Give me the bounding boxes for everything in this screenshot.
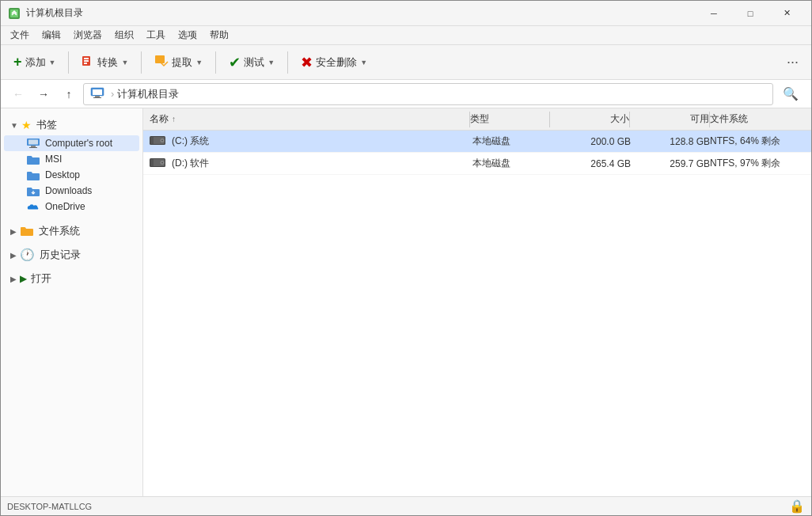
file-fs-c: NTFS, 64% 剩余 [710,135,805,148]
svg-rect-14 [29,147,37,148]
col-header-type[interactable]: 类型 [470,112,549,126]
open-section[interactable]: ▶ ▶ 打开 [1,268,142,289]
separator-2 [141,51,142,74]
sidebar-item-label-desktop: Desktop [45,169,80,180]
open-arrow-icon: ▶ [10,275,17,283]
extract-label: 提取 [172,55,192,70]
col-header-size[interactable]: 大小 [550,112,629,126]
add-dropdown-arrow: ▼ [49,59,56,66]
bookmarks-star-icon: ★ [21,119,32,131]
msi-folder-icon [26,154,40,165]
svg-rect-10 [93,97,101,98]
svg-rect-8 [93,89,102,95]
history-clock-icon: 🕐 [20,248,35,262]
col-header-free[interactable]: 可用 [630,112,709,126]
address-bar: ← → ↑ › 计算机根目录 🔍 [1,80,811,108]
desktop-folder-icon [26,169,40,180]
window-title: 计算机根目录 [26,6,696,20]
col-header-fs[interactable]: 文件系统 [710,112,805,126]
menu-edit[interactable]: 编辑 [36,27,67,44]
minimize-button[interactable]: ─ [696,1,732,26]
breadcrumb-path: 计算机根目录 [117,87,179,101]
svg-rect-9 [95,96,100,97]
computer-name: DESKTOP-MATLLCG [7,502,92,511]
maximize-button[interactable]: □ [732,1,768,26]
convert-button[interactable]: 转换 ▼ [75,51,135,73]
svg-rect-24 [150,159,154,166]
sidebar: ▼ ★ 书签 Computer's root [1,108,143,496]
history-arrow-icon: ▶ [10,251,17,260]
sidebar-item-onedrive[interactable]: OneDrive [4,199,139,214]
file-list-header: 名称 ↑ 类型 大小 可用 文件系统 [143,108,811,131]
window-controls: ─ □ ✕ [696,1,805,26]
open-play-icon: ▶ [20,274,26,284]
table-row[interactable]: (D:) 软件 本地磁盘 265.4 GB 259.7 GB NTFS, 97%… [143,153,811,175]
svg-rect-19 [150,137,154,144]
table-row[interactable]: (C:) 系统 本地磁盘 200.0 GB 128.8 GB NTFS, 64%… [143,131,811,153]
bookmarks-label: 书签 [36,118,57,132]
add-button[interactable]: + 添加 ▼ [7,51,62,74]
app-icon [7,6,21,21]
computer-root-icon [26,138,40,149]
back-button[interactable]: ← [7,83,29,105]
delete-button[interactable]: ✖ 安全删除 ▼ [294,51,374,74]
svg-rect-5 [84,63,87,64]
toolbar-more-button[interactable]: ··· [780,51,805,74]
sort-arrow-icon: ↑ [172,115,176,123]
svg-rect-3 [84,58,89,59]
drive-c-icon [150,135,167,148]
main-content: ▼ ★ 书签 Computer's root [1,108,811,496]
delete-label: 安全删除 [316,55,357,70]
breadcrumb-separator: › [111,88,114,100]
onedrive-icon [26,201,40,212]
file-fs-d: NTFS, 97% 剩余 [710,157,805,170]
file-type-c: 本地磁盘 [472,135,552,148]
search-icon: 🔍 [783,86,799,101]
file-size-c: 200.0 GB [552,136,631,147]
sidebar-item-label-downloads: Downloads [45,185,92,196]
menu-browser[interactable]: 浏览器 [67,27,108,44]
sidebar-item-label-computer: Computer's root [45,138,112,149]
status-bar: DESKTOP-MATLLCG 🔒 [1,496,811,515]
lock-icon: 🔒 [789,499,805,514]
filesystem-section[interactable]: ▶ 文件系统 [1,221,142,241]
menu-tools[interactable]: 工具 [140,27,172,44]
menu-help[interactable]: 帮助 [203,27,235,44]
convert-dropdown-arrow: ▼ [121,59,128,66]
history-section[interactable]: ▶ 🕐 历史记录 [1,245,142,265]
sidebar-item-computer-root[interactable]: Computer's root [4,135,139,151]
file-free-d: 259.7 GB [631,158,710,169]
separator-1 [68,51,69,74]
address-path-box[interactable]: › 计算机根目录 [83,83,773,105]
file-name-d: (D:) 软件 [150,157,472,170]
file-area: 名称 ↑ 类型 大小 可用 文件系统 [143,108,811,496]
sidebar-item-downloads[interactable]: Downloads [4,183,139,199]
forward-button[interactable]: → [32,83,55,105]
history-label: 历史记录 [40,248,81,262]
col-header-name[interactable]: 名称 ↑ [150,112,469,126]
svg-rect-13 [31,146,36,147]
extract-button[interactable]: 提取 ▼ [148,51,209,73]
add-label: 添加 [25,55,46,70]
main-window: 计算机根目录 ─ □ ✕ 文件 编辑 浏览器 组织 工具 选项 帮助 + 添加 … [0,0,812,516]
svg-rect-4 [84,60,89,62]
menu-file[interactable]: 文件 [4,27,36,44]
close-button[interactable]: ✕ [768,1,805,26]
sidebar-item-label-msi: MSI [45,154,62,165]
convert-icon [82,55,94,70]
downloads-folder-icon [26,185,40,196]
test-button[interactable]: ✔ 测试 ▼ [222,51,281,74]
open-label: 打开 [31,271,51,286]
sidebar-item-desktop[interactable]: Desktop [4,167,139,183]
title-bar: 计算机根目录 ─ □ ✕ [1,1,811,26]
file-name-c: (C:) 系统 [150,135,472,148]
filesystem-label: 文件系统 [39,224,80,238]
menu-organize[interactable]: 组织 [108,27,140,44]
sidebar-item-msi[interactable]: MSI [4,151,139,167]
bookmarks-section[interactable]: ▼ ★ 书签 [1,115,142,135]
menu-options[interactable]: 选项 [172,27,203,44]
separator-4 [287,51,288,74]
file-size-d: 265.4 GB [552,158,631,169]
search-button[interactable]: 🔍 [776,83,805,105]
up-button[interactable]: ↑ [58,83,80,105]
